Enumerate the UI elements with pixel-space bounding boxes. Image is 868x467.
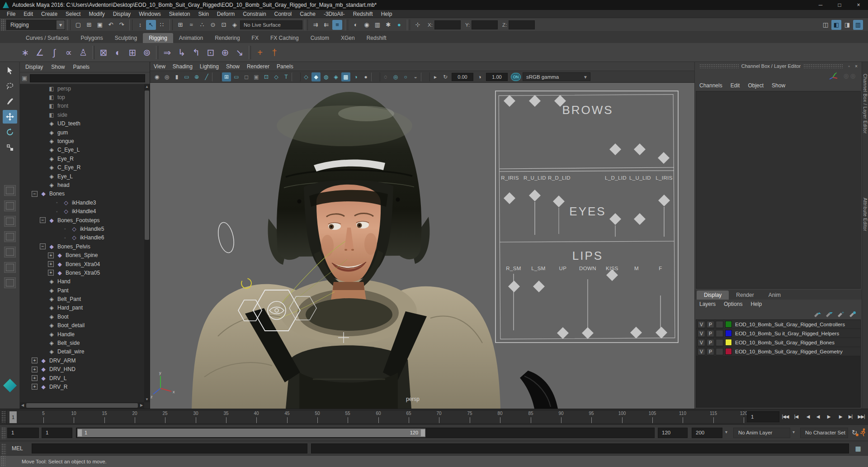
- outliner-item[interactable]: ◈ gum: [20, 128, 144, 137]
- outliner-item[interactable]: ◦ ◇ ikHandle3: [20, 198, 144, 207]
- save-scene-button[interactable]: ▣: [95, 20, 105, 30]
- float-panel-icon[interactable]: ▫: [845, 64, 853, 69]
- scroll-down-icon[interactable]: ▼: [144, 397, 150, 402]
- outliner-item[interactable]: ◦ ◇ ikHandle6: [20, 234, 144, 242]
- outliner-item[interactable]: ◈ Eye_R: [20, 154, 144, 163]
- outliner-item[interactable]: + ◆ DRV_R: [20, 382, 144, 391]
- select-component-button[interactable]: ∷: [157, 20, 167, 30]
- outliner-item[interactable]: − ◆ Bones_Footsteps: [20, 216, 144, 224]
- viewport-menu-item[interactable]: Show: [226, 63, 240, 70]
- outliner-item[interactable]: ◈ Hard_pant: [20, 304, 144, 312]
- outliner-item[interactable]: ◈ head: [20, 181, 144, 189]
- shelf-tab[interactable]: FX: [246, 33, 264, 43]
- menu-item[interactable]: Control: [270, 10, 296, 18]
- layer-editor-tab[interactable]: Anim: [761, 291, 788, 300]
- close-button[interactable]: ×: [849, 0, 868, 10]
- scrollbar-thumb[interactable]: [26, 403, 138, 408]
- expander-icon[interactable]: −: [40, 217, 46, 223]
- snap-curve-button[interactable]: ≈: [186, 20, 196, 30]
- layer-playback-toggle[interactable]: P: [707, 330, 714, 337]
- film-gate-icon[interactable]: ▭: [232, 72, 241, 81]
- layer-editor-menu-item[interactable]: Layers: [699, 301, 716, 307]
- outliner-item[interactable]: + ◆ Bones_Xtra05: [20, 268, 144, 277]
- snap-point-button[interactable]: ∴: [197, 20, 207, 30]
- sep[interactable]: [421, 72, 430, 81]
- lasso-tool-button[interactable]: [3, 79, 17, 93]
- scroll-right-icon[interactable]: ▶: [139, 403, 144, 408]
- y-input[interactable]: [472, 20, 498, 29]
- lattice-icon[interactable]: ⊞: [125, 45, 140, 60]
- undo-button[interactable]: ↶: [106, 20, 116, 30]
- menu-item[interactable]: Deform: [213, 10, 239, 18]
- select-object-button[interactable]: ↖: [146, 20, 156, 30]
- timeline-ruler[interactable]: 1 5 10 15 20 25 30 35 40 45 50: [6, 410, 744, 424]
- layer-visibility-toggle[interactable]: V: [698, 348, 705, 355]
- step-forward-key-button[interactable]: ▶: [835, 411, 844, 423]
- maximize-button[interactable]: □: [830, 0, 849, 10]
- auto-keyframe-toggle[interactable]: ↻: [850, 428, 859, 437]
- menu-item[interactable]: File: [3, 10, 19, 18]
- select-tool-button[interactable]: [3, 64, 17, 77]
- new-layer-from-selected-icon[interactable]: [849, 311, 857, 317]
- open-scene-button[interactable]: ⊞: [84, 20, 94, 30]
- occlusion-icon[interactable]: ◌: [381, 72, 390, 81]
- scale-constraint-icon[interactable]: ⊡: [203, 45, 218, 60]
- outliner-item[interactable]: ◈ Eye_L: [20, 172, 144, 181]
- menu-item[interactable]: Modify: [85, 10, 108, 18]
- select-hierarchy-button[interactable]: ↕: [135, 20, 145, 30]
- menu-item[interactable]: Select: [61, 10, 85, 18]
- channel-box-menu-item[interactable]: Show: [772, 82, 785, 89]
- wireframe-icon[interactable]: ◇: [302, 72, 311, 81]
- layer-display-type-toggle[interactable]: [716, 339, 723, 346]
- layout-four-pane-button[interactable]: [4, 200, 16, 211]
- outliner-item[interactable]: ◈ Belt_Pant: [20, 295, 144, 303]
- drag-handle[interactable]: [1, 427, 6, 439]
- layout-hypershade-button[interactable]: [4, 247, 16, 257]
- scale-tool-button[interactable]: [3, 141, 17, 154]
- range-slider-track[interactable]: 1 120: [76, 428, 655, 438]
- range-slider-bar[interactable]: 1 120: [77, 429, 425, 437]
- sep[interactable]: [92, 46, 94, 59]
- layer-row[interactable]: V P EOD_10_Bomb_Suit_Gray_Rigged_Geometr…: [696, 347, 860, 356]
- paint-select-tool-button[interactable]: [3, 95, 17, 108]
- go-to-end-button[interactable]: ▶▶|: [856, 411, 866, 423]
- scrollbar-thumb[interactable]: [145, 91, 149, 240]
- shelf-tab[interactable]: FX Caching: [264, 33, 305, 43]
- pole-vector-icon[interactable]: ↘: [232, 45, 247, 60]
- bind-skin-icon[interactable]: ⊠: [96, 45, 111, 60]
- menu-item[interactable]: Display: [109, 10, 135, 18]
- exposure-icon[interactable]: ↻: [441, 72, 450, 81]
- motion-blur-icon[interactable]: ◎: [391, 72, 400, 81]
- go-to-start-button[interactable]: |◀◀: [780, 411, 790, 423]
- chevron-down-icon[interactable]: ▾: [725, 429, 727, 434]
- script-editor-icon[interactable]: ▦: [854, 444, 863, 453]
- new-layer-icon[interactable]: +: [837, 311, 845, 317]
- lock-camera-icon[interactable]: ◎: [162, 72, 171, 81]
- humanik-icon[interactable]: ♙: [76, 45, 90, 60]
- smooth-shade-icon[interactable]: ◆: [311, 72, 321, 81]
- expander-icon[interactable]: −: [32, 191, 38, 197]
- layer-name[interactable]: EOD_10_Bomb_Suit_Gray_Rigged_Bones: [735, 340, 835, 345]
- set-key-icon[interactable]: †: [267, 45, 282, 60]
- joint-tool-icon[interactable]: ∗: [18, 45, 33, 60]
- layout-persp-outliner-button[interactable]: [4, 216, 16, 227]
- layer-visibility-toggle[interactable]: V: [698, 339, 705, 346]
- render-settings-button[interactable]: ✱: [383, 20, 393, 30]
- outliner-item[interactable]: ◈ Boot: [20, 312, 144, 321]
- outliner-item[interactable]: + ◆ DRV_ARM: [20, 356, 144, 365]
- layer-color-swatch[interactable]: [725, 348, 732, 355]
- menu-item[interactable]: Cache: [296, 10, 320, 18]
- outliner-menu-item[interactable]: Display: [25, 64, 43, 70]
- orient-constraint-icon[interactable]: ↰: [189, 45, 203, 60]
- command-result-field[interactable]: [311, 443, 849, 453]
- outliner-item[interactable]: − ◆ Bones: [20, 190, 144, 198]
- outliner-horizontal-scrollbar[interactable]: ◀ ▶: [20, 402, 144, 409]
- layer-name[interactable]: EOD_10_Bomb_Suit_Gray_Rigged_Geometry: [735, 349, 843, 354]
- outliner-item[interactable]: ◈ Handle: [20, 330, 144, 338]
- panel-drag-texture[interactable]: [699, 64, 739, 68]
- layer-visibility-toggle[interactable]: V: [698, 321, 705, 328]
- expander-icon[interactable]: +: [48, 253, 54, 258]
- move-layer-up-icon[interactable]: [813, 311, 821, 317]
- redo-button[interactable]: ↷: [117, 20, 127, 30]
- layer-playback-toggle[interactable]: P: [707, 339, 714, 346]
